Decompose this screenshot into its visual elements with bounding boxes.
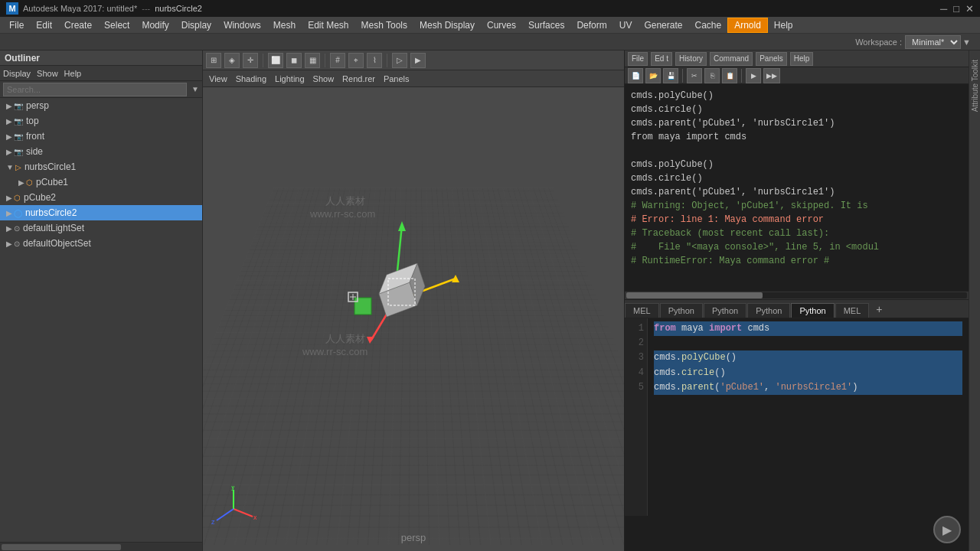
- camera-view-btn[interactable]: ⊞: [206, 53, 221, 68]
- menu-item-arnold[interactable]: Arnold: [727, 18, 768, 33]
- snap-curve-btn[interactable]: ⌇: [367, 53, 382, 68]
- close-button[interactable]: ✕: [965, 3, 974, 15]
- menu-item-create[interactable]: Create: [58, 18, 98, 32]
- menu-item-display[interactable]: Display: [175, 18, 217, 32]
- workspace-selector[interactable]: Minimal*: [905, 35, 961, 49]
- viewport-canvas[interactable]: 人人素材 www.rr-sc.com 人人素材 www.rr-sc.com: [203, 87, 624, 551]
- outliner-item-persp[interactable]: ▶📷persp: [0, 98, 202, 113]
- copy-btn[interactable]: ⎘: [704, 68, 720, 83]
- search-input[interactable]: [3, 83, 187, 96]
- outliner-item-defaultLightSet[interactable]: ▶⊙defaultLightSet: [0, 220, 202, 236]
- tab-python4[interactable]: Python: [791, 303, 834, 318]
- paste-btn[interactable]: 📋: [722, 68, 737, 83]
- output-scrollbar[interactable]: [625, 291, 969, 300]
- shaded-btn[interactable]: ◼: [286, 53, 302, 68]
- camera-icon-persp: 📷: [14, 102, 23, 110]
- new-script-btn[interactable]: 📄: [628, 68, 643, 83]
- panels-menu[interactable]: Panels: [381, 72, 413, 86]
- outliner-item-nurbsCircle2[interactable]: ▶◯nurbsCircle2: [0, 205, 202, 220]
- panels-btn[interactable]: Panels: [756, 52, 787, 66]
- tab-python1[interactable]: Python: [660, 303, 703, 318]
- tab-python3[interactable]: Python: [747, 303, 790, 318]
- menu-item-modify[interactable]: Modify: [136, 18, 175, 32]
- command-btn[interactable]: Command: [710, 52, 753, 66]
- tab-mel1[interactable]: MEL: [625, 303, 659, 318]
- expand-arrow-pCube2[interactable]: ▶: [6, 194, 12, 202]
- render-btn[interactable]: ▷: [392, 53, 407, 68]
- tab-mel2[interactable]: MEL: [835, 303, 870, 318]
- view-menu[interactable]: View: [206, 72, 230, 86]
- outliner-item-pCube2[interactable]: ▶⬡pCube2: [0, 190, 202, 205]
- save-script-btn[interactable]: 💾: [663, 68, 678, 83]
- menu-item-edit[interactable]: Edit: [30, 18, 58, 32]
- expand-arrow-persp[interactable]: ▶: [6, 102, 12, 110]
- show-menu[interactable]: Show: [310, 72, 338, 86]
- output-scroll-thumb[interactable]: [626, 292, 763, 298]
- grid-btn[interactable]: #: [330, 53, 345, 68]
- axis-indicator: x y z: [211, 486, 256, 532]
- outliner-item-side[interactable]: ▶📷side: [0, 144, 202, 159]
- menu-item-edit-mesh[interactable]: Edit Mesh: [302, 18, 354, 32]
- menu-item-file[interactable]: File: [3, 18, 30, 32]
- open-script-btn[interactable]: 📂: [645, 68, 661, 83]
- expand-arrow-defaultLightSet[interactable]: ▶: [6, 224, 12, 233]
- snap-grid-btn[interactable]: ⌖: [348, 53, 364, 68]
- menu-item-surfaces[interactable]: Surfaces: [522, 18, 570, 32]
- expand-arrow-nurbsCircle1[interactable]: ▼: [6, 163, 14, 171]
- renderer-menu[interactable]: Rend.rer: [339, 72, 378, 86]
- code-line-4: cmds.circle(): [654, 366, 962, 380]
- exec-all-btn[interactable]: ▶▶: [763, 68, 780, 83]
- outliner-item-nurbsCircle1[interactable]: ▼▷nurbsCircle1: [0, 159, 202, 174]
- search-dropdown-icon[interactable]: ▼: [191, 85, 199, 93]
- menu-item-mesh-tools[interactable]: Mesh Tools: [355, 18, 413, 32]
- expand-arrow-defaultObjectSet[interactable]: ▶: [6, 240, 12, 248]
- help-script-btn[interactable]: Help: [790, 52, 814, 66]
- outliner-menu-show[interactable]: Show: [37, 69, 58, 78]
- outliner-menu-display[interactable]: Display: [3, 69, 31, 78]
- run-button[interactable]: ▶: [933, 516, 961, 543]
- outliner-item-top[interactable]: ▶📷top: [0, 113, 202, 129]
- menu-item-deform[interactable]: Deform: [570, 18, 612, 32]
- outliner-menu-help[interactable]: Help: [64, 69, 82, 78]
- outliner-scrollbar[interactable]: [0, 542, 202, 551]
- history-btn[interactable]: History: [675, 52, 707, 66]
- menu-item-mesh[interactable]: Mesh: [267, 18, 302, 32]
- menu-item-windows[interactable]: Windows: [217, 18, 267, 32]
- tab-python2[interactable]: Python: [704, 303, 746, 318]
- expand-arrow-top[interactable]: ▶: [6, 117, 12, 126]
- set-icon-defaultObjectSet: ⊙: [14, 240, 20, 248]
- outliner-item-pCube1[interactable]: ▶⬡pCube1: [0, 174, 202, 190]
- workspace-dropdown-icon[interactable]: ▼: [962, 37, 971, 47]
- outliner-item-defaultObjectSet[interactable]: ▶⊙defaultObjectSet: [0, 236, 202, 251]
- restore-button[interactable]: □: [953, 3, 959, 15]
- exec-btn[interactable]: ▶: [746, 68, 761, 83]
- wireframe-btn[interactable]: ⬜: [268, 53, 283, 68]
- titlebar-controls[interactable]: ─ □ ✕: [940, 3, 974, 15]
- expand-arrow-pCube1[interactable]: ▶: [18, 178, 24, 187]
- menu-item-generate[interactable]: Generate: [638, 18, 688, 32]
- menu-item-uv[interactable]: UV: [613, 18, 639, 32]
- expand-arrow-front[interactable]: ▶: [6, 132, 12, 141]
- outliner-scroll-thumb[interactable]: [2, 544, 121, 550]
- menu-item-help[interactable]: Help: [768, 18, 799, 32]
- outliner-item-front[interactable]: ▶📷front: [0, 129, 202, 144]
- select-btn[interactable]: ◈: [224, 53, 240, 68]
- code-content[interactable]: from maya import cmds cmds.polyCube() cm…: [648, 318, 969, 516]
- texture-btn[interactable]: ▦: [305, 53, 320, 68]
- menu-item-cache[interactable]: Cache: [688, 18, 727, 32]
- menu-item-curves[interactable]: Curves: [481, 18, 522, 32]
- cut-btn[interactable]: ✂: [687, 68, 702, 83]
- expand-arrow-nurbsCircle2[interactable]: ▶: [6, 209, 12, 217]
- menu-item-select[interactable]: Select: [98, 18, 136, 32]
- minimize-button[interactable]: ─: [940, 3, 947, 15]
- ipr-btn[interactable]: ▶: [410, 53, 426, 68]
- move-btn[interactable]: ✛: [243, 53, 258, 68]
- expand-arrow-side[interactable]: ▶: [6, 148, 12, 156]
- lighting-menu[interactable]: Lighting: [272, 72, 308, 86]
- edit-btn[interactable]: Ed t: [651, 52, 672, 66]
- file-btn[interactable]: File: [628, 52, 648, 66]
- camera-icon-top: 📷: [14, 117, 23, 126]
- menu-item-mesh-display[interactable]: Mesh Display: [413, 18, 481, 32]
- tab-add[interactable]: +: [870, 301, 888, 318]
- shading-menu[interactable]: Shading: [233, 72, 270, 86]
